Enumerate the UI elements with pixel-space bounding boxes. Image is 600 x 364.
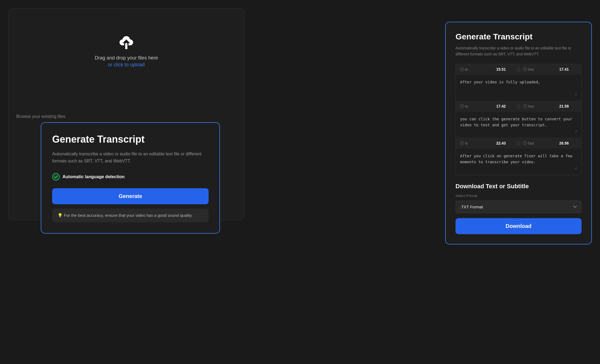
transcript-timebar: In 15.51 ⬡ Out 17.41 <box>456 64 581 75</box>
out-value: 17.41 <box>559 67 569 71</box>
upload-drag-text: Drag and drop your files here <box>95 54 158 62</box>
download-section-title: Download Text or Subtitle <box>456 183 582 190</box>
download-button[interactable]: Download <box>456 218 582 234</box>
time-separator: ⬡ <box>517 141 520 146</box>
upload-click-link[interactable]: or click to upload <box>108 62 144 68</box>
tip-text: 💡 For the best accuracy, ensure that you… <box>58 213 193 218</box>
time-separator: ⬡ <box>517 104 520 109</box>
in-value: 15.51 <box>496 67 506 71</box>
out-label: Out <box>528 104 534 108</box>
transcript-timebar: In 22.43 ⬡ Out 26.56 <box>456 138 581 149</box>
auto-detect-row: Automatic language detection <box>52 173 209 181</box>
transcript-timebar: In 17.42 ⬡ Out 21.59 <box>456 101 581 112</box>
clock-out-icon <box>523 67 527 71</box>
format-select[interactable]: .TXT Format.SRT Format.VTT Format.WebVTT… <box>456 200 582 213</box>
time-out-group: Out 17.41 <box>523 67 577 71</box>
in-label: In <box>465 67 468 71</box>
auto-detect-label: Automatic language detection <box>62 174 124 179</box>
transcript-entry: In 17.42 ⬡ Out 21.59 you can click the g… <box>456 101 581 138</box>
generate-card-description: Automatically transcribe a video or audi… <box>52 150 209 164</box>
out-value: 21.59 <box>559 104 569 108</box>
svg-rect-0 <box>125 43 127 49</box>
transcript-entry: In 15.51 ⬡ Out 17.41 After your video is… <box>456 64 581 101</box>
tip-box: 💡 For the best accuracy, ensure that you… <box>52 209 209 222</box>
time-out-group: Out 21.59 <box>523 104 577 108</box>
time-separator: ⬡ <box>517 67 520 72</box>
transcript-text-area: After you click on generate fixer will t… <box>456 149 581 175</box>
time-in-group: In 22.43 <box>460 141 514 145</box>
transcript-entry: In 22.43 ⬡ Out 26.56 After you click on … <box>456 138 581 175</box>
time-out-group: Out 26.56 <box>523 141 577 145</box>
transcript-textarea[interactable]: After your video is fully uploaded, <box>460 79 577 95</box>
out-value: 26.56 <box>559 141 569 145</box>
format-label: Select Format <box>456 194 582 198</box>
in-label: In <box>465 104 468 108</box>
in-label: In <box>465 141 468 145</box>
clock-in-icon <box>460 104 464 108</box>
time-in-group: In 15.51 <box>460 67 514 71</box>
upload-icon <box>118 36 134 50</box>
right-panel-title: Generate Transcript <box>456 32 582 41</box>
transcript-text-area: you can click the generate button to con… <box>456 112 581 138</box>
generate-transcript-card: Generate Transcript Automatically transc… <box>41 122 220 234</box>
browse-existing-label: Browse your existing files <box>16 114 65 119</box>
right-panel: Generate Transcript Automatically transc… <box>445 22 592 244</box>
transcript-text-area: After your video is fully uploaded, <box>456 75 581 101</box>
in-value: 22.43 <box>496 141 506 145</box>
generate-card-title: Generate Transcript <box>52 134 209 145</box>
clock-out-icon <box>523 141 527 145</box>
transcript-textarea[interactable]: After you click on generate fixer will t… <box>460 153 577 169</box>
download-section: Download Text or Subtitle Select Format … <box>456 183 582 234</box>
transcript-scroll-area[interactable]: In 15.51 ⬡ Out 17.41 After your video is… <box>456 64 582 175</box>
out-label: Out <box>528 141 534 145</box>
clock-in-icon <box>460 67 464 71</box>
right-panel-description: Automatically transcribe a video or audi… <box>456 45 582 57</box>
time-in-group: In 17.42 <box>460 104 514 108</box>
out-label: Out <box>528 67 534 71</box>
check-circle-icon <box>52 173 60 181</box>
generate-button[interactable]: Generate <box>52 188 209 204</box>
clock-out-icon <box>523 104 527 108</box>
transcript-textarea[interactable]: you can click the generate button to con… <box>460 116 577 132</box>
clock-in-icon <box>460 141 464 145</box>
in-value: 17.42 <box>496 104 506 108</box>
